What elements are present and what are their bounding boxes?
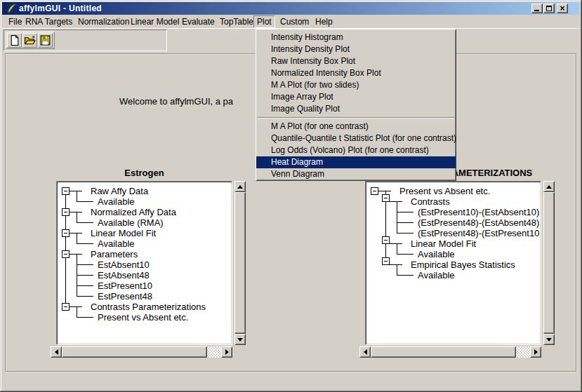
right-tree-horizontal-scrollbar[interactable]: [359, 346, 541, 358]
tree-node-label[interactable]: Empirical Bayes Statistics: [411, 259, 515, 270]
plot-menu-item-image-array[interactable]: Image Array Plot: [256, 91, 456, 103]
right-tree-panel[interactable]: Present vs Absent etc. Contrasts (EstPre…: [365, 181, 541, 345]
expand-toggle[interactable]: [382, 257, 390, 265]
scroll-left-button[interactable]: [51, 346, 62, 358]
arrow-left-icon: [52, 349, 58, 355]
menu-item-custom[interactable]: Custom: [277, 15, 312, 28]
tree-connector-line: [390, 201, 402, 202]
tree-node-label[interactable]: EstPresent48: [98, 291, 152, 302]
expand-toggle[interactable]: [62, 250, 70, 258]
tree-connector-line: [70, 191, 82, 191]
plot-menu-item-heat-diagram[interactable]: Heat Diagram: [256, 156, 456, 168]
tree-connector-line: [397, 222, 414, 223]
expand-toggle[interactable]: [382, 236, 390, 244]
tree-node-label[interactable]: (EstPresent48)-(EstAbsent48): [418, 217, 539, 228]
plot-menu-item-qq-t-statistic[interactable]: Quantile-Quantile t Statistic Plot (for …: [256, 133, 456, 144]
menu-item-evaluate[interactable]: Evaluate: [179, 15, 218, 28]
tree-node-label[interactable]: EstAbsent10: [98, 259, 150, 270]
scroll-right-button[interactable]: [530, 346, 541, 358]
scroll-down-button[interactable]: [543, 334, 555, 345]
scroll-thumb[interactable]: [543, 192, 555, 334]
right-tree-vertical-scrollbar[interactable]: [543, 181, 555, 345]
expand-toggle[interactable]: [62, 208, 70, 216]
minus-icon: [64, 191, 67, 191]
minus-icon: [64, 306, 67, 307]
tree-node-label[interactable]: Normalized Affy Data: [91, 207, 176, 217]
tree-connector-line: [77, 212, 77, 222]
minus-icon: [64, 212, 67, 212]
plot-menu-item-intensity-density[interactable]: Intensity Density Plot: [256, 43, 456, 55]
title-bar[interactable]: affylmGUI - Untitled ×: [2, 2, 579, 15]
new-file-button[interactable]: [7, 33, 22, 48]
tree-connector-line: [77, 222, 93, 223]
open-file-button[interactable]: [22, 33, 37, 48]
menu-item-help[interactable]: Help: [312, 15, 336, 28]
scroll-left-button[interactable]: [359, 346, 371, 358]
tree-node-label[interactable]: Available: [418, 270, 455, 281]
tree-connector-line: [397, 233, 414, 234]
menu-item-toptable[interactable]: TopTable: [217, 15, 256, 28]
scroll-thumb[interactable]: [371, 346, 516, 358]
minimize-button[interactable]: [531, 4, 543, 13]
scroll-up-button[interactable]: [543, 181, 555, 192]
plot-menu-item-ma-one-contrast[interactable]: M A Plot (for one contrast): [256, 121, 456, 133]
tree-node-label[interactable]: Parameters: [91, 249, 138, 259]
scroll-down-button[interactable]: [234, 334, 246, 345]
plot-menu-item-image-quality[interactable]: Image Quality Plot: [256, 103, 456, 115]
plot-menu-item-raw-box[interactable]: Raw Intensity Box Plot: [256, 55, 456, 67]
left-tree-vertical-scrollbar[interactable]: [234, 181, 246, 345]
expand-toggle[interactable]: [62, 303, 70, 311]
scroll-thumb[interactable]: [234, 192, 246, 334]
tree-node-label[interactable]: Available (RMA): [98, 217, 164, 228]
tree-connector-line: [397, 212, 414, 212]
scroll-up-button[interactable]: [234, 181, 246, 192]
tree-node-label[interactable]: Linear Model Fit: [411, 238, 476, 249]
menu-item-linear-model[interactable]: Linear Model: [128, 15, 182, 28]
tree-node-label[interactable]: Contrasts Parameterizations: [91, 302, 206, 312]
arrow-left-icon: [361, 349, 367, 355]
tree-node-label[interactable]: Raw Affy Data: [91, 186, 148, 196]
tree-node-label[interactable]: Contrasts: [411, 196, 450, 207]
tree-node-label[interactable]: Present vs Absent etc.: [98, 312, 188, 323]
maximize-button[interactable]: [543, 4, 555, 13]
expand-toggle[interactable]: [371, 187, 378, 195]
plot-menu-item-log-odds-volcano[interactable]: Log Odds (Volcano) Plot (for one contras…: [256, 144, 456, 156]
tree-node-label[interactable]: (EstPresent10)-(EstAbsent10): [418, 207, 539, 217]
menu-item-normalization[interactable]: Normalization: [75, 15, 132, 28]
tree-node-label[interactable]: Available: [98, 196, 135, 207]
tree-connector-line: [397, 264, 397, 275]
scroll-right-button[interactable]: [221, 346, 232, 358]
left-tree-content: Raw Affy Data Available Normalized Affy …: [58, 183, 230, 343]
left-tree-horizontal-scrollbar[interactable]: [51, 346, 232, 358]
tree-node-label[interactable]: Present vs Absent etc.: [399, 186, 490, 196]
menu-item-rna-targets[interactable]: RNA Targets: [22, 15, 75, 28]
open-folder-icon: [24, 34, 36, 46]
menu-item-plot[interactable]: Plot: [253, 15, 275, 28]
expand-toggle[interactable]: [382, 194, 390, 202]
tree-node-label[interactable]: (EstPresent48)-(EstPresent10): [418, 228, 539, 238]
plot-menu-item-venn-diagram[interactable]: Venn Diagram: [256, 168, 456, 180]
plot-menu-item-intensity-histogram[interactable]: Intensity Histogram: [256, 32, 456, 43]
tree-node-label[interactable]: Linear Model Fit: [91, 228, 156, 238]
close-button[interactable]: ×: [557, 4, 568, 13]
tree-connector-line: [77, 264, 93, 265]
tree-connector-line: [77, 191, 77, 201]
minus-icon: [373, 191, 376, 191]
tree-node-label[interactable]: EstAbsent48: [98, 270, 150, 281]
arrow-right-icon: [534, 349, 541, 355]
plot-menu-item-ma-two-slides[interactable]: M A Plot (for two slides): [256, 79, 456, 91]
scroll-thumb[interactable]: [62, 346, 207, 358]
save-button[interactable]: [38, 33, 53, 48]
minus-icon: [384, 240, 388, 241]
tree-node-label[interactable]: Available: [418, 249, 455, 259]
left-tree-panel[interactable]: Raw Affy Data Available Normalized Affy …: [56, 181, 232, 345]
tree-connector-line: [77, 275, 93, 276]
right-tree-content: Present vs Absent etc. Contrasts (EstPre…: [367, 183, 539, 343]
expand-toggle[interactable]: [62, 187, 70, 195]
tree-node-label[interactable]: EstPresent10: [98, 281, 152, 291]
tree-node-label[interactable]: Available: [98, 238, 135, 249]
expand-toggle[interactable]: [62, 229, 70, 237]
minus-icon: [64, 233, 67, 234]
arrow-up-icon: [546, 182, 552, 189]
plot-menu-item-normalized-box[interactable]: Normalized Intensity Box Plot: [256, 67, 456, 79]
